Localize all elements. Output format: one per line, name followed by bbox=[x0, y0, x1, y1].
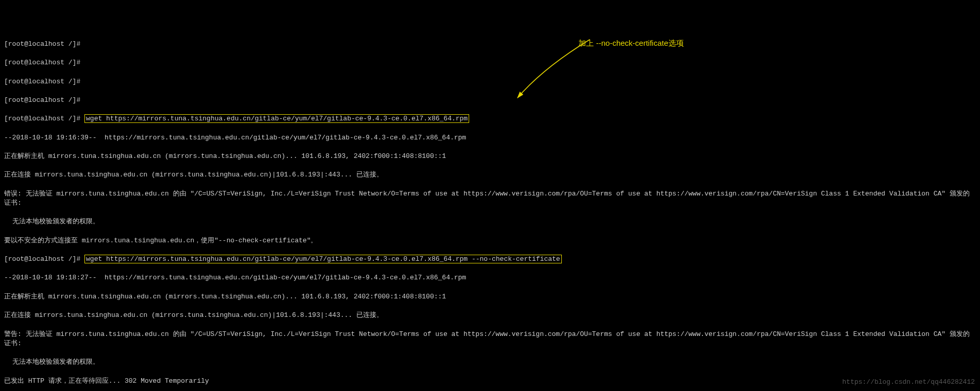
output-line: 无法本地校验颁发者的权限。 bbox=[4, 358, 976, 367]
prompt-line[interactable]: [root@localhost /]# bbox=[4, 77, 976, 86]
shell-prompt: [root@localhost /]# bbox=[4, 59, 80, 66]
shell-prompt: [root@localhost /]# bbox=[4, 96, 80, 104]
output-line: 要以不安全的方式连接至 mirrors.tuna.tsinghua.edu.cn… bbox=[4, 236, 976, 245]
cmd-line-1[interactable]: [root@localhost /]# wget https://mirrors… bbox=[4, 114, 976, 123]
prompt-line[interactable]: [root@localhost /]# bbox=[4, 96, 976, 105]
prompt-line[interactable]: [root@localhost /]# bbox=[4, 40, 976, 49]
cmd-line-2[interactable]: [root@localhost /]# wget https://mirrors… bbox=[4, 255, 976, 264]
highlighted-command-1: wget https://mirrors.tuna.tsinghua.edu.c… bbox=[84, 114, 469, 123]
shell-prompt: [root@localhost /]# bbox=[4, 255, 80, 263]
prompt-line[interactable]: [root@localhost /]# bbox=[4, 58, 976, 67]
annotation-callout: 加上 --no-check-certificate选项 bbox=[574, 27, 684, 59]
watermark-text: https://blog.csdn.net/qq446282412 bbox=[843, 378, 975, 387]
output-line: 正在连接 mirrors.tuna.tsinghua.edu.cn (mirro… bbox=[4, 311, 976, 320]
output-line: 正在连接 mirrors.tuna.tsinghua.edu.cn (mirro… bbox=[4, 170, 976, 180]
highlighted-command-2: wget https://mirrors.tuna.tsinghua.edu.c… bbox=[84, 255, 562, 263]
output-line: 无法本地校验颁发者的权限。 bbox=[4, 217, 976, 226]
shell-prompt: [root@localhost /]# bbox=[4, 40, 80, 48]
output-line: 正在解析主机 mirrors.tuna.tsinghua.edu.cn (mir… bbox=[4, 152, 976, 161]
output-line: 已发出 HTTP 请求，正在等待回应... 302 Moved Temporar… bbox=[4, 377, 976, 386]
shell-prompt: [root@localhost /]# bbox=[4, 78, 80, 85]
annotation-text: 加上 --no-check-certificate选项 bbox=[578, 39, 683, 47]
shell-prompt: [root@localhost /]# bbox=[4, 115, 80, 122]
output-line: 警告: 无法验证 mirrors.tuna.tsinghua.edu.cn 的由… bbox=[4, 330, 976, 348]
output-line: 正在解析主机 mirrors.tuna.tsinghua.edu.cn (mir… bbox=[4, 292, 976, 301]
output-line: 错误: 无法验证 mirrors.tuna.tsinghua.edu.cn 的由… bbox=[4, 189, 976, 208]
output-line: --2018-10-18 19:18:27-- https://mirrors.… bbox=[4, 273, 976, 282]
output-line: --2018-10-18 19:16:39-- https://mirrors.… bbox=[4, 133, 976, 143]
